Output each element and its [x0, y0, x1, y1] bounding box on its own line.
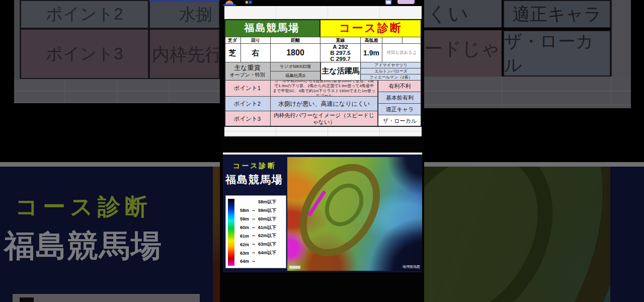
- video-surface[interactable]: 福島競馬場 コース診断 芝ダ 回り 距離 直線 高低差 芝 右 1800 A 2…: [220, 0, 424, 302]
- avatar: [220, 0, 239, 6]
- venue-header-cell: 福島競馬場: [224, 19, 320, 37]
- legend-min: 64m: [236, 259, 249, 264]
- legend-row: 61m～62m以下: [236, 232, 284, 240]
- straight-b: B 297.5: [330, 50, 350, 56]
- backdrop-legend-box: [13, 294, 200, 302]
- legend-min: 61m: [236, 234, 249, 239]
- cell-point2-desc: 水捌けが悪い、高速になりにくい: [271, 97, 378, 111]
- backdrop-sheet-right: くい 適正キャラ ードじゃな ザ・ローカル: [424, 0, 644, 108]
- avatar-body: [222, 4, 237, 6]
- backdrop-sheet-left: ポイント2 水捌 ポイント3 内枠先行: [14, 0, 220, 103]
- straight-a: A 292: [333, 44, 348, 50]
- legend-max: 60m以下: [258, 216, 284, 222]
- map-scale-chip: [289, 266, 300, 269]
- legend-sep: ～: [249, 233, 258, 239]
- cell-trait-2: 基本前有利: [378, 92, 422, 104]
- backdrop-cell-point2-desc: 水捌: [149, 0, 220, 29]
- cell-distance: 1800: [271, 44, 320, 62]
- cell-horse-2: エルトンバローズ: [361, 68, 422, 74]
- col-header-elevation: 高低差: [361, 37, 382, 44]
- legend-min: 63m: [236, 251, 249, 256]
- backdrop-cell-tekisei: 適正キャラ: [503, 0, 611, 28]
- legend-sep: ～: [249, 250, 258, 256]
- col-header-blank2: [403, 37, 422, 44]
- cell-point1-label: ポイント1: [224, 81, 271, 97]
- video-frame: ポイント2 水捌 ポイント3 内枠先行 くい 適正キャラ ードじゃな ザ・ローカ…: [0, 0, 644, 302]
- majors-label: 主な重賞: [234, 64, 260, 71]
- cell-majors-label: 主な重賞 オープン・特別: [224, 62, 271, 81]
- legend-max: 58m以下: [258, 199, 284, 205]
- backdrop-cell-fragment2: ードじゃな: [424, 30, 502, 77]
- pink-panel: [397, 0, 415, 4]
- legend-row: 64m～: [236, 258, 284, 265]
- backdrop-grid-rows-right: [424, 77, 631, 108]
- legend-sep: ～: [249, 207, 258, 214]
- cell-major-race-1: ラジオNIKKEI賞: [271, 62, 320, 71]
- cell-turn: 右: [241, 44, 271, 62]
- backdrop-cell-fragment: くい: [424, 0, 502, 28]
- col-header-turn: 回り: [241, 37, 271, 44]
- legend-min: 58m: [236, 208, 249, 213]
- backdrop-course-title: コース診断: [15, 192, 152, 222]
- sheet-empty-rows: [224, 127, 422, 136]
- cell-surface: 芝: [224, 44, 241, 62]
- legend-row: 63m～64m以下: [236, 249, 284, 257]
- legend-row: 58m以下: [236, 198, 284, 206]
- elevation-map: 地理院地図: [287, 157, 422, 271]
- backdrop-legend-swatch: [20, 297, 34, 302]
- legend-max: 61m以下: [258, 224, 284, 231]
- cell-actives-label: 主な活躍馬: [320, 62, 361, 81]
- straight-c: C 299.7: [330, 56, 350, 62]
- col-header-surface: 芝ダ: [224, 37, 241, 44]
- badge-icon: [385, 0, 391, 5]
- map-slide-venue: 福島競馬場: [225, 173, 283, 187]
- elevation-colorbar: [228, 199, 234, 266]
- sheet-title-cell: コース診断: [320, 19, 422, 37]
- legend-max: 64m以下: [258, 250, 284, 256]
- app-icon: [245, 0, 253, 5]
- legend-row: 58m～59m以下: [236, 207, 284, 214]
- legend-min: 60m: [236, 225, 249, 230]
- cell-point2-label: ポイント2: [224, 97, 271, 111]
- backdrop-column-strip: [611, 0, 631, 77]
- cell-elevation: 1.9m: [361, 44, 382, 62]
- backdrop-cell-point2: ポイント2: [20, 0, 149, 29]
- cell-point3-desc: 内枠先行パワーなイメージ（スピードじゃない）: [271, 111, 378, 127]
- elevation-map-art: [287, 157, 422, 271]
- legend-sep: ～: [249, 241, 258, 248]
- legend-sep: ～: [249, 216, 258, 222]
- legend-sep: ～: [249, 258, 258, 265]
- col-header-distance: 距離: [271, 37, 320, 44]
- elevation-legend-rows: 58m以下 58m～59m以下 59m～60m以下 60m～61m以下 61m～…: [236, 196, 286, 268]
- cell-trait-4: ザ・ローカル: [378, 115, 422, 127]
- col-header-straight: 直線: [320, 37, 361, 44]
- backdrop-cell-point3-desc: 内枠先行: [149, 29, 220, 79]
- legend-max: 63m以下: [258, 241, 284, 248]
- cell-trait-1: 有利不利: [378, 81, 422, 92]
- cell-horse-1: アドマイヤマツリ: [361, 62, 422, 68]
- backdrop-cell-point3: ポイント3: [20, 29, 149, 79]
- legend-row: 62m～63m以下: [236, 241, 284, 248]
- map-slide: コース診断 福島競馬場 58m以下 58m～59m以下 59m～60m以下 60…: [223, 155, 422, 272]
- map-slide-title: コース診断: [233, 162, 276, 171]
- legend-max: 62m以下: [258, 233, 284, 239]
- col-header-blank1: [382, 37, 403, 44]
- cell-point1-desc: ゴール手前200mからS直後1mの坂を100mで登る、1角で1.9mの下り坂、2…: [271, 81, 378, 97]
- legend-min: 62m: [236, 242, 249, 247]
- sheet-empty-top: [224, 6, 422, 19]
- legend-row: 59m～60m以下: [236, 215, 284, 223]
- cell-straight: A 292 B 297.5 C 299.7: [320, 44, 361, 62]
- legend-sep: ～: [249, 224, 258, 231]
- legend-max: 59m以下: [258, 207, 284, 214]
- cell-point3-label: ポイント3: [224, 111, 271, 127]
- elevation-legend: 58m以下 58m～59m以下 59m～60m以下 60m～61m以下 61m～…: [225, 195, 286, 268]
- backdrop-venue-title: 福島競馬場: [4, 225, 163, 267]
- legend-row: 60m～61m以下: [236, 224, 284, 232]
- majors-sub: オープン・特別: [229, 71, 265, 79]
- cell-major-race-2: 福島牝馬S: [271, 71, 320, 81]
- course-spreadsheet: 福島競馬場 コース診断 芝ダ 回り 距離 直線 高低差 芝 右 1800 A 2…: [224, 6, 422, 136]
- cell-trait-3: 適正キャラ: [378, 104, 422, 115]
- cell-horse-3: フィエールマン（2着）: [361, 74, 422, 81]
- backdrop-grid-rows-left: [14, 79, 220, 103]
- map-attribution: 地理院地図: [403, 264, 420, 269]
